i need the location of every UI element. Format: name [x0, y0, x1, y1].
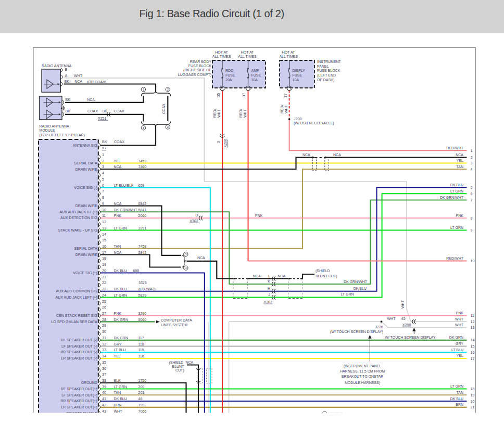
svg-text:12: 12 — [471, 320, 475, 324]
svg-text:NCA: NCA — [456, 153, 463, 157]
svg-text:39: 39 — [102, 385, 106, 389]
svg-text:(OR COAX): (OR COAX) — [87, 80, 106, 84]
svg-text:X208: X208 — [223, 139, 227, 147]
svg-text:BREAKOUT TO ONSTAR: BREAKOUT TO ONSTAR — [342, 375, 383, 378]
svg-text:YEL: YEL — [457, 159, 463, 162]
svg-text:(W/ USB RECEPTACLE): (W/ USB RECEPTACLE) — [294, 121, 334, 125]
svg-text:3: 3 — [471, 161, 473, 165]
svg-text:W/ TOUCH SCREEN DISPLAY: W/ TOUCH SCREEN DISPLAY — [385, 336, 436, 339]
svg-text:(SHIELD: (SHIELD — [316, 269, 330, 273]
svg-text:D: D — [195, 213, 198, 217]
svg-text:FUSE: FUSE — [293, 73, 303, 77]
svg-text:DK GRN: DK GRN — [114, 336, 128, 340]
svg-text:GROUND: GROUND — [81, 381, 97, 384]
svg-text:CEN STACK RESET SIG: CEN STACK RESET SIG — [56, 314, 97, 317]
svg-text:WHT: WHT — [284, 105, 288, 113]
svg-text:AUX DETECTION SIG: AUX DETECTION SIG — [60, 216, 97, 220]
svg-text:26: 26 — [102, 305, 106, 309]
svg-text:RR SPEAKER OUT (-): RR SPEAKER OUT (-) — [60, 350, 97, 354]
svg-text:659: 659 — [138, 184, 145, 187]
svg-text:14: 14 — [102, 233, 106, 236]
svg-text:1: 1 — [143, 88, 145, 91]
svg-text:J226: J226 — [375, 325, 383, 329]
svg-text:3376: 3376 — [138, 281, 147, 285]
svg-text:YEL: YEL — [114, 159, 121, 163]
svg-text:115: 115 — [138, 348, 144, 352]
svg-text:18: 18 — [102, 256, 106, 260]
svg-text:2: 2 — [167, 88, 169, 91]
svg-text:BLUNT CUT): BLUNT CUT) — [316, 274, 337, 278]
svg-text:PANEL: PANEL — [317, 65, 329, 68]
svg-text:2: 2 — [102, 159, 104, 163]
svg-text:WHT: WHT — [217, 109, 221, 118]
svg-text:X302: X302 — [190, 219, 198, 223]
svg-text:(LEFT END: (LEFT END — [317, 73, 336, 78]
svg-text:DK GRN/WHT: DK GRN/WHT — [440, 196, 464, 199]
svg-text:2: 2 — [167, 125, 169, 129]
svg-text:10: 10 — [102, 208, 106, 212]
svg-text:HARNESS, 11.5 CM FROM: HARNESS, 11.5 CM FROM — [340, 369, 385, 373]
svg-text:COAX: COAX — [114, 140, 124, 144]
svg-text:32: 32 — [102, 342, 106, 346]
svg-text:(INSTRUMENT PANEL: (INSTRUMENT PANEL — [344, 364, 382, 368]
svg-text:LT GRN: LT GRN — [114, 385, 127, 389]
svg-text:LT BLU: LT BLU — [114, 348, 126, 352]
svg-text:23: 23 — [102, 287, 106, 291]
svg-text:LR SPEAKER OUT(+): LR SPEAKER OUT(+) — [61, 405, 97, 409]
svg-text:NCA: NCA — [114, 202, 122, 205]
svg-text:X208: X208 — [402, 323, 411, 327]
svg-text:DK BLU: DK BLU — [450, 183, 463, 187]
svg-text:ALL TIMES: ALL TIMES — [238, 55, 257, 58]
svg-text:1: 1 — [143, 126, 145, 130]
svg-text:1: 1 — [102, 153, 104, 157]
svg-text:658: 658 — [133, 269, 140, 273]
svg-text:30A: 30A — [251, 78, 258, 82]
svg-text:29: 29 — [102, 324, 106, 327]
svg-text:34: 34 — [102, 354, 106, 358]
svg-text:COAX: COAX — [162, 104, 166, 114]
svg-text:DRAIN WIRE: DRAIN WIRE — [75, 168, 97, 171]
svg-text:6: 6 — [471, 192, 473, 196]
svg-text:11: 11 — [471, 314, 474, 317]
svg-text:RED/WHT: RED/WHT — [446, 256, 463, 260]
svg-text:NCA: NCA — [74, 80, 82, 83]
svg-text:RADIO ANTENNA: RADIO ANTENNA — [40, 124, 70, 128]
svg-text:PNK: PNK — [255, 214, 263, 217]
svg-text:MODULE: MODULE — [40, 129, 55, 132]
svg-text:DK GRN: DK GRN — [449, 336, 463, 339]
svg-text:15: 15 — [102, 238, 106, 242]
svg-text:BRN: BRN — [456, 403, 463, 406]
svg-text:L: L — [268, 274, 270, 278]
svg-text:35: 35 — [102, 361, 106, 364]
svg-text:CUT): CUT) — [175, 368, 184, 372]
svg-text:BK: BK — [102, 140, 107, 144]
svg-text:DISPLY: DISPLY — [293, 69, 306, 72]
svg-text:NCA: NCA — [303, 153, 310, 157]
svg-text:HOT AT: HOT AT — [241, 50, 254, 54]
svg-text:BLK: BLK — [114, 379, 121, 382]
svg-text:COMPUTER DATA: COMPUTER DATA — [161, 318, 192, 322]
svg-text:D5: D5 — [217, 93, 220, 97]
svg-text:WHT: WHT — [387, 317, 396, 320]
svg-text:199: 199 — [138, 403, 145, 407]
svg-text:LT GRN: LT GRN — [450, 226, 463, 229]
svg-text:201: 201 — [138, 391, 145, 394]
svg-text:9: 9 — [102, 202, 104, 205]
svg-text:RED/: RED/ — [280, 105, 284, 113]
svg-text:DK BLU: DK BLU — [450, 397, 463, 401]
svg-text:TAN: TAN — [457, 165, 463, 169]
svg-text:AUX AUD COMMON SIG: AUX AUD COMMON SIG — [56, 289, 97, 293]
svg-text:FUSE BLOCK: FUSE BLOCK — [188, 64, 212, 68]
svg-text:GRY: GRY — [456, 342, 463, 345]
svg-text:TAN: TAN — [114, 245, 121, 248]
svg-text:20: 20 — [471, 400, 475, 403]
svg-text:PNK: PNK — [114, 312, 122, 315]
svg-text:41: 41 — [102, 397, 106, 401]
svg-text:(RIGHT SIDE OF: (RIGHT SIDE OF — [183, 68, 211, 72]
svg-text:AMP: AMP — [251, 69, 260, 72]
svg-text:7458: 7458 — [138, 245, 147, 248]
svg-text:RED/: RED/ — [213, 109, 217, 118]
svg-text:RR SPEAKER OUT(+): RR SPEAKER OUT(+) — [60, 399, 97, 403]
svg-text:3291: 3291 — [138, 226, 147, 230]
svg-text:16: 16 — [102, 245, 106, 248]
